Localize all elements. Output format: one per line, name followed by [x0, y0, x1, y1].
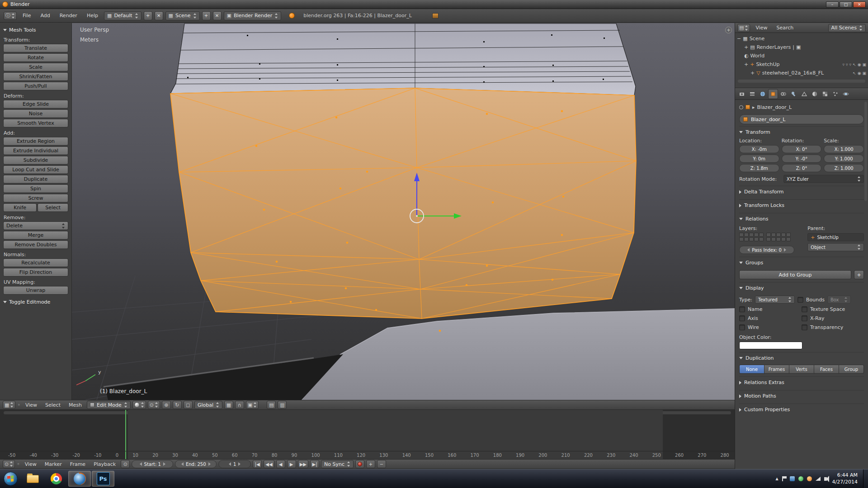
menu-add[interactable]: Add — [37, 12, 53, 19]
editor-type-timeline-button[interactable]: ⊙ — [3, 460, 15, 468]
use-preview-range-toggle[interactable]: ⊙ — [121, 460, 130, 468]
knife-select-button[interactable]: Select — [38, 203, 68, 212]
transform-panel-header[interactable]: Transform — [739, 127, 864, 137]
rotate-button[interactable]: Rotate — [3, 53, 68, 62]
layer-toggle[interactable] — [786, 233, 791, 237]
duplication-none-button[interactable]: None — [739, 365, 764, 374]
current-frame-field[interactable]: 1 — [218, 460, 251, 468]
viewport-menu-select[interactable]: Select — [42, 402, 64, 408]
shrink-fatten-button[interactable]: Shrink/Fatten — [3, 72, 68, 81]
restrict-select-icon[interactable]: ↖ — [853, 62, 856, 67]
pin-icon[interactable] — [739, 105, 743, 109]
location-z-field[interactable]: Z: 1.8m — [739, 164, 779, 172]
restrict-view-icon[interactable]: ◉ — [858, 71, 861, 75]
expander-icon[interactable]: + — [744, 44, 748, 50]
network-icon[interactable] — [816, 477, 821, 481]
duplication-verts-button[interactable]: Verts — [789, 365, 814, 374]
layer-toggle[interactable] — [759, 237, 764, 241]
layer-toggle[interactable] — [744, 233, 749, 237]
restrict-tri-icon[interactable]: ▿ — [849, 62, 852, 67]
delete-scene-button[interactable]: ✕ — [213, 11, 222, 20]
object-name-field[interactable]: Blazer_door_L — [739, 114, 864, 124]
parent-field[interactable]: + SketchUp — [807, 233, 864, 241]
recalculate-button[interactable]: Recalculate — [3, 258, 68, 267]
mesh-tools-panel-header[interactable]: Mesh Tools — [3, 25, 68, 34]
restrict-tri-icon[interactable]: ▿ — [846, 62, 848, 67]
custom-properties-header[interactable]: Custom Properties — [739, 405, 864, 414]
duplication-faces-button[interactable]: Faces — [814, 365, 839, 374]
window-mesh-unselected[interactable] — [170, 23, 636, 95]
tray-app-icon[interactable] — [790, 476, 795, 481]
scene-selector[interactable]: ▦ Scene — [165, 11, 200, 20]
timeline-menu-frame[interactable]: Frame — [67, 461, 89, 468]
increment-arrow-icon[interactable] — [208, 462, 211, 466]
flip-direction-button[interactable]: Flip Direction — [3, 268, 68, 277]
region-expand-icon[interactable]: + — [725, 27, 732, 33]
location-y-field[interactable]: Y: 0m — [739, 155, 779, 163]
toggle-editmode-panel-header[interactable]: Toggle Editmode — [3, 297, 68, 306]
auto-keyframe-toggle[interactable] — [355, 460, 364, 468]
action-center-icon[interactable] — [782, 476, 786, 481]
tab-object-data[interactable] — [799, 89, 809, 99]
tab-object[interactable] — [768, 89, 778, 99]
increment-arrow-icon[interactable] — [784, 248, 786, 252]
layer-toggle[interactable] — [781, 233, 786, 237]
extrude-region-button[interactable]: Extrude Region — [3, 137, 68, 145]
taskbar-photoshop-button[interactable]: Ps — [92, 471, 114, 487]
end-frame-field[interactable]: End: 250 — [175, 460, 217, 468]
restrict-render-icon[interactable]: ▣ — [862, 62, 866, 67]
layer-toggle[interactable] — [771, 237, 776, 241]
layers-widget[interactable]: ▦ — [224, 401, 233, 409]
noise-button[interactable]: Noise — [3, 109, 68, 118]
layer-toggle[interactable] — [781, 237, 786, 241]
tab-material[interactable] — [810, 89, 820, 99]
tab-constraints[interactable] — [778, 89, 788, 99]
car-roof-mesh[interactable] — [302, 309, 735, 400]
expander-icon[interactable]: + — [750, 70, 755, 76]
timeline-menu-marker[interactable]: Marker — [42, 461, 65, 468]
display-type-selector[interactable]: Textured — [755, 296, 795, 304]
tray-status-icon[interactable] — [798, 476, 803, 481]
rotation-x-field[interactable]: X: 0° — [782, 145, 822, 153]
tab-physics[interactable] — [841, 89, 851, 99]
menu-help[interactable]: Help — [83, 12, 102, 19]
rotation-mode-selector[interactable]: XYZ Euler — [783, 175, 864, 183]
viewport-menu-view[interactable]: View — [22, 402, 40, 408]
outliner-item-sketchup[interactable]: + + SketchUp ▿ ▿ ▿ ↖ ◉ ▣ — [737, 60, 866, 69]
outliner[interactable]: ▤ View Search All Scenes − ▦ Scene — [735, 23, 868, 88]
duplication-header[interactable]: Duplication — [739, 353, 864, 363]
renderlayer-toggle-icon[interactable]: ▣ — [796, 44, 801, 50]
tab-scene[interactable] — [747, 89, 757, 99]
play-reverse-button[interactable]: ◀ — [276, 460, 285, 468]
scale-x-field[interactable]: X: 1.000 — [824, 145, 864, 153]
minimize-button[interactable]: – — [826, 1, 839, 8]
decrement-arrow-icon[interactable] — [181, 462, 184, 466]
bounds-type-selector[interactable]: Box — [827, 296, 851, 304]
layer-toggle[interactable] — [749, 233, 754, 237]
layer-toggle[interactable] — [739, 233, 744, 237]
add-scene-button[interactable]: + — [202, 11, 211, 20]
editor-type-3dview-button[interactable]: ▦ — [3, 401, 15, 409]
layer-toggle[interactable] — [739, 237, 744, 241]
subdivide-button[interactable]: Subdivide — [3, 156, 68, 164]
restrict-select-icon[interactable]: ↖ — [853, 71, 856, 75]
spin-button[interactable]: Spin — [3, 184, 68, 193]
expander-icon[interactable]: − — [737, 36, 741, 42]
tray-update-icon[interactable] — [807, 476, 812, 481]
volume-icon[interactable] — [824, 477, 827, 481]
viewport-shading-selector[interactable] — [132, 401, 146, 409]
motion-paths-header[interactable]: Motion Paths — [739, 391, 864, 401]
groups-header[interactable]: Groups — [739, 258, 864, 267]
new-group-button[interactable]: + — [854, 270, 864, 279]
pass-index-slider[interactable]: Pass Index: 0 — [739, 246, 794, 254]
taskbar-firefox-button[interactable] — [68, 471, 91, 487]
display-header[interactable]: Display — [739, 283, 864, 293]
layer-toggle[interactable] — [776, 233, 781, 237]
keying-set-add-button[interactable]: + — [366, 460, 375, 468]
translate-button[interactable]: Translate — [3, 44, 68, 52]
layer-toggle[interactable] — [759, 233, 764, 237]
scale-y-field[interactable]: Y: 1.000 — [824, 155, 864, 163]
layer-toggle[interactable] — [786, 237, 791, 241]
outliner-item-renderlayers[interactable]: + ▤ RenderLayers | ▣ — [737, 43, 866, 52]
remove-doubles-button[interactable]: Remove Doubles — [3, 240, 68, 249]
